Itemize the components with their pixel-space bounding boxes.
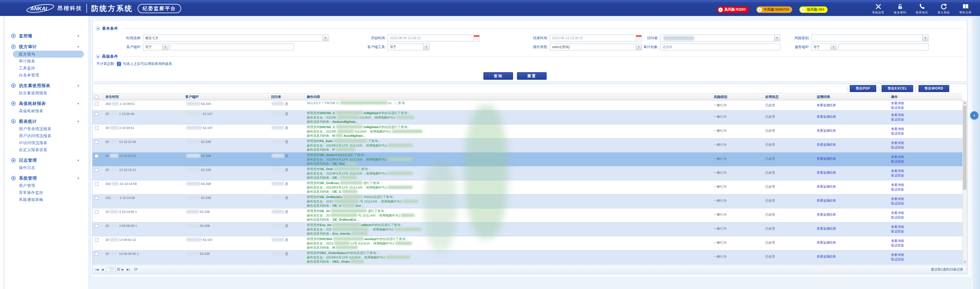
filter-op-select[interactable]: 等于▼: [388, 44, 430, 50]
trace-result-link[interactable]: 查看追溯结果: [817, 104, 836, 107]
prev-page-button[interactable]: ◀: [101, 268, 103, 271]
sidebar-item[interactable]: 用户登录情况报表: [19, 125, 89, 133]
row-checkbox[interactable]: [95, 126, 99, 130]
table-row[interactable]: 2021 10:39:5163.224员SELECT * FROM Csc （ …: [92, 101, 963, 110]
filter-input[interactable]: [170, 44, 294, 50]
export-excel-button[interactable]: 导出EXCEL: [881, 85, 913, 92]
sidebar-item[interactable]: 用户管理: [19, 182, 89, 189]
view-detail-link[interactable]: 查看详细: [891, 155, 963, 160]
evidence-replay-link[interactable]: 取证回放: [891, 174, 963, 178]
row-checkbox[interactable]: [95, 168, 99, 172]
trace-result-link[interactable]: 查看追溯结果: [817, 185, 836, 188]
scrollbar-thumb[interactable]: [963, 106, 966, 190]
view-detail-link[interactable]: 查看详细: [891, 211, 963, 216]
table-row[interactable]: 203 10:34:5163.107员管理员对DHCNS_CtoMgData中的…: [92, 125, 963, 139]
row-checkbox[interactable]: [95, 102, 99, 106]
evidence-replay-link[interactable]: 取证回放: [891, 106, 963, 110]
query-button[interactable]: 查询: [484, 72, 513, 80]
evidence-replay-link[interactable]: 取证回放: [891, 187, 963, 192]
evidence-replay-link[interactable]: 取证回放: [891, 243, 963, 248]
table-scrollbar[interactable]: ▲ ▼: [963, 101, 967, 264]
scroll-down-icon[interactable]: ▼: [963, 260, 967, 264]
table-row[interactable]: 203 10:14:05 163.208员管理员对OE_Or进行了查询；操作发生…: [92, 208, 963, 222]
evidence-replay-link[interactable]: 取证回放: [891, 201, 963, 206]
filter-op-select[interactable]: 等于▼: [143, 44, 169, 50]
phone-button[interactable]: 联系电话: [912, 3, 931, 14]
sidebar-group[interactable]: 监控墙▼: [0, 32, 89, 40]
logout-button[interactable]: 退出系统: [934, 3, 953, 14]
table-row[interactable]: 201 10:36:4563.107员管理员对DHCNS_CtoMgData中的…: [92, 110, 963, 125]
filter-input[interactable]: 请选择: [660, 44, 780, 50]
row-checkbox[interactable]: [95, 154, 99, 158]
trace-result-link[interactable]: 查看追溯结果: [817, 171, 836, 174]
evidence-replay-link[interactable]: 取证回放: [891, 229, 963, 234]
calendar-icon[interactable]: [474, 35, 479, 41]
table-row[interactable]: 203 09:56:06 163.208员管理员对Ens_IntodItem中的…: [92, 222, 963, 236]
row-checkbox[interactable]: [95, 182, 99, 186]
table-row[interactable]: 2013 10:15:2263.208员管理员对OE_Order中的信息进行了查…: [92, 152, 963, 166]
sidebar-item[interactable]: 高值耗材报表: [19, 107, 89, 115]
risk-badge[interactable]: i低风险:364: [799, 6, 827, 13]
evidence-replay-link[interactable]: 取证回放: [891, 216, 963, 220]
sidebar-group[interactable]: 抗生素使用报表▼: [0, 82, 89, 89]
page-scrollbar[interactable]: [974, 16, 980, 289]
sidebar-item[interactable]: 风险通知策略: [19, 196, 89, 203]
filter-input[interactable]: [838, 44, 929, 50]
export-word-button[interactable]: 导出WORD: [918, 85, 949, 92]
evidence-replay-link[interactable]: 取证回放: [891, 257, 963, 262]
filter-select[interactable]: 最近七天▼: [143, 35, 329, 42]
sidebar-item[interactable]: 统方语句: [13, 51, 84, 57]
view-detail-link[interactable]: 查看详细: [891, 127, 963, 131]
trace-result-link[interactable]: 查看追溯结果: [817, 115, 836, 118]
evidence-replay-link[interactable]: 取证回放: [891, 131, 963, 136]
evidence-replay-link[interactable]: 取证回放: [891, 145, 963, 150]
filter-date-input[interactable]: 2023-06-06 13:38:22: [388, 35, 480, 42]
view-detail-link[interactable]: 查看详细: [891, 169, 963, 174]
refresh-icon[interactable]: ⟳: [134, 267, 138, 272]
view-detail-link[interactable]: 查看详细: [891, 253, 963, 257]
page-number-input[interactable]: [107, 267, 116, 272]
trace-result-link[interactable]: 查看追溯结果: [817, 227, 836, 230]
table-row[interactable]: 2013 09:36:05 163.235员管理员对OEC_OrderStatu…: [92, 251, 963, 264]
select-all-checkbox[interactable]: [95, 95, 99, 99]
filter-select[interactable]: ▼: [811, 35, 929, 42]
view-detail-link[interactable]: 查看详细: [891, 239, 963, 243]
sidebar-item[interactable]: 审计报表: [19, 57, 89, 65]
trace-result-link[interactable]: 查看追溯结果: [817, 241, 836, 244]
row-checkbox[interactable]: [95, 140, 99, 144]
scroll-up-icon[interactable]: ▲: [963, 101, 967, 105]
table-row[interactable]: 2013 10:15:1263.208员管理员对OE_Ordi查询；操作发生在：…: [92, 166, 963, 180]
table-row[interactable]: 2023 10:14:3663.208员管理员对OE_OrdItemEx中的信息…: [92, 195, 963, 208]
first-page-button[interactable]: |◀: [95, 268, 99, 271]
table-row[interactable]: 2013 10:15:3663.208员管理员对PA_Adm了查询；操作发生在：…: [92, 139, 963, 152]
last-page-button[interactable]: ▶|: [127, 268, 130, 271]
row-checkbox[interactable]: [95, 112, 99, 116]
view-detail-link[interactable]: 查看详细: [891, 141, 963, 145]
tools-button[interactable]: 系统设置: [869, 3, 888, 14]
sidebar-item[interactable]: 工具监控: [19, 65, 89, 72]
row-checkbox[interactable]: [95, 224, 99, 228]
trace-result-link[interactable]: 查看追溯结果: [817, 157, 836, 160]
sidebar-item[interactable]: 抗生素使用报表: [19, 89, 89, 96]
table-row[interactable]: 2013 09:41:1263.107员管理员对DHCINAansApp中的信息…: [92, 236, 963, 251]
table-row[interactable]: 20213 10:14:5963.208员管理员对OE_OrdExec进行了查询…: [92, 180, 963, 195]
view-detail-link[interactable]: 查看详细: [891, 101, 963, 106]
manual-button[interactable]: 帮助文档: [956, 3, 975, 14]
trace-result-link[interactable]: 查看追溯结果: [817, 213, 836, 216]
trace-result-link[interactable]: 查看追溯结果: [817, 129, 836, 133]
collapse-section-icon[interactable]: [96, 54, 100, 59]
sidebar-item[interactable]: IP访问情况报表: [19, 139, 89, 146]
lock-button[interactable]: 修改密码: [891, 3, 910, 14]
risk-badge[interactable]: i中风险:5506734: [756, 6, 792, 13]
trace-result-link[interactable]: 查看追溯结果: [817, 255, 836, 258]
sidebar-item[interactable]: 操作日志: [19, 164, 89, 171]
sidebar-item[interactable]: 自定义报表设置: [19, 146, 89, 153]
sidebar-group[interactable]: 高值耗材报表▼: [0, 100, 89, 107]
row-checkbox[interactable]: [95, 196, 99, 200]
collapse-panel-button[interactable]: ‹: [970, 111, 978, 120]
row-checkbox[interactable]: [95, 252, 99, 256]
sidebar-group[interactable]: 图表统计▼: [0, 118, 89, 125]
sidebar-item[interactable]: 异常操作监控: [19, 189, 89, 196]
sidebar-item[interactable]: 用户访问情况报表: [19, 133, 89, 139]
reset-button[interactable]: 重置: [517, 72, 547, 80]
